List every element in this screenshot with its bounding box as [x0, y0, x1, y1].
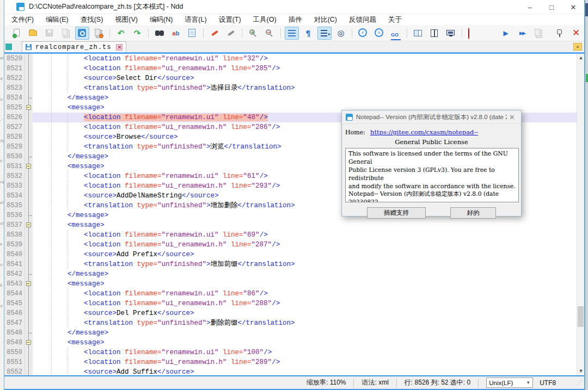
menu-item-edit[interactable]: 编辑(E) [40, 14, 75, 25]
indent-guide-line [68, 83, 68, 93]
zoom-in-button[interactable]: + [246, 27, 260, 40]
highlight-marker-button[interactable] [207, 27, 222, 40]
tab-realcompare-zh-ts[interactable]: realcompare_zh.ts ✕ [22, 41, 126, 52]
macro-save-button[interactable] [531, 27, 546, 40]
tab-overflow-button[interactable]: » [573, 43, 582, 51]
stop-macro-button[interactable] [482, 27, 497, 40]
menu-item-compare[interactable]: 对比(C) [308, 14, 343, 25]
fold-row: − [25, 279, 33, 289]
scrollbar-thumb[interactable] [578, 306, 584, 327]
code-line-8521[interactable]: <location filename="ui_renamewin.h" line… [33, 64, 577, 73]
fold-end-tick [29, 215, 32, 216]
scroll-down-arrow-icon[interactable]: ▼ [577, 367, 585, 375]
code-line-8524[interactable]: </message> [33, 93, 577, 103]
split-vertical-button[interactable] [427, 27, 442, 40]
indent-guide-button[interactable] [317, 27, 332, 40]
scroll-up-arrow-icon[interactable]: ▲ [577, 54, 585, 62]
fold-collapse-icon[interactable]: − [26, 222, 31, 227]
code-line-8537[interactable]: <message> [33, 220, 577, 230]
code-line-8523[interactable]: <translation type="unfinished">选择目录</tra… [33, 83, 577, 93]
find-button[interactable] [152, 27, 167, 40]
menu-item-encoding[interactable]: 编码(N) [144, 14, 179, 25]
record-macro-button[interactable] [466, 27, 480, 40]
word-wrap-button[interactable] [285, 27, 299, 40]
tab-close-icon[interactable]: ✕ [116, 44, 122, 51]
menu-item-tools[interactable]: 工具(O) [247, 14, 283, 25]
close-all-icon [94, 28, 103, 38]
minimize-button[interactable]: – [519, 0, 541, 14]
homepage-link[interactable]: https://gitee.com/cxasm/notepad-- [370, 128, 478, 136]
menu-item-search[interactable]: 查找(S) [75, 14, 109, 25]
code-line-8522[interactable]: <source>Select Dir</source> [33, 73, 577, 83]
menu-item-language[interactable]: 语言(L) [179, 14, 212, 25]
replace-button[interactable]: ab [169, 27, 183, 40]
open-folder-icon [28, 28, 38, 38]
menu-item-settings[interactable]: 设置(T) [213, 14, 247, 25]
menu-item-feedback[interactable]: 反馈问题 [343, 14, 382, 25]
eol-mode-select[interactable]: Unix(LF) ▼ [486, 377, 533, 388]
fold-collapse-icon[interactable]: − [26, 164, 31, 169]
redo-button[interactable]: ↷ [130, 27, 144, 40]
nav-back-button[interactable]: ‹ [356, 27, 370, 40]
donate-button[interactable]: 捐赠支持 [367, 207, 426, 219]
close-button[interactable]: ✕ [562, 0, 584, 14]
code-line-8538[interactable]: <location filename="renamewin.ui" line="… [33, 230, 577, 240]
code-line-8549[interactable]: <message> [33, 338, 577, 348]
vertical-scrollbar[interactable]: ▲ ▼ [577, 54, 584, 375]
new-file-button[interactable] [10, 27, 24, 40]
menu-item-file[interactable]: 文件(F) [5, 14, 40, 25]
code-line-8541[interactable]: <translation type="unfinished">增加前缀</tra… [33, 259, 577, 269]
code-line-8545[interactable]: <location filename="ui_renamewin.h" line… [33, 299, 577, 308]
fold-collapse-icon[interactable]: − [26, 105, 31, 110]
fold-collapse-icon[interactable]: − [26, 281, 31, 286]
menu-item-view[interactable]: 视图(V) [109, 14, 144, 25]
code-line-8546[interactable]: <source>Del Prefix</source> [33, 308, 577, 318]
code-line-8547[interactable]: <translation type="unfinished">删除前缀</tra… [33, 318, 577, 328]
zoom-out-button[interactable]: − [262, 27, 277, 40]
resize-grip[interactable]: ⋰ [577, 380, 582, 386]
code-line-8543[interactable]: <message> [33, 279, 577, 289]
indentation [35, 251, 84, 258]
code-line-8539[interactable]: <location filename="ui_renamewin.h" line… [33, 240, 577, 250]
bookmark-button[interactable]: ☆ [185, 27, 199, 40]
code-line-8551[interactable]: <location filename="ui_renamewin.h" line… [33, 357, 577, 367]
save-button[interactable] [42, 27, 57, 40]
goto-line-button[interactable]: GO [389, 27, 403, 40]
save-all-button[interactable] [59, 27, 73, 40]
code-line-8540[interactable]: <source>Add Prefix</source> [33, 250, 577, 259]
undo-button[interactable]: ↶ [114, 27, 128, 40]
open-folder-button[interactable] [26, 27, 40, 40]
pin-button[interactable] [553, 27, 567, 40]
nav-forward-button[interactable]: › [372, 27, 387, 40]
clear-marker-button[interactable] [224, 27, 238, 40]
code-line-8520[interactable]: <location filename="renamewin.ui" line="… [33, 54, 577, 64]
close-document-button[interactable] [75, 27, 89, 40]
menu-item-plugins[interactable]: 插件 [283, 14, 308, 25]
code-line-8548[interactable]: </message> [33, 328, 577, 338]
play-macro-button[interactable]: ▶ [499, 27, 513, 40]
menu-item-about[interactable]: 关于 [382, 14, 408, 25]
code-line-8544[interactable]: <location filename="renamewin.ui" line="… [33, 289, 577, 299]
code-line-8552[interactable]: <source>Add Suffix</source> [33, 367, 577, 375]
ok-button[interactable]: 好的 [450, 207, 496, 219]
fold-collapse-icon[interactable]: − [26, 340, 31, 345]
code-line-8550[interactable]: <location filename="renamewin.ui" line="… [33, 348, 577, 357]
full-screen-icon [446, 28, 456, 38]
toolbar-separator [462, 28, 462, 38]
nav-forward-icon: › [375, 28, 384, 38]
fold-margin[interactable]: −−−−− [25, 54, 33, 375]
fold-row [25, 201, 33, 211]
close-toolbar-button[interactable]: ✕ [569, 27, 583, 40]
run-macro-multiple-button[interactable]: ▶▶ [515, 27, 529, 40]
indent-guide-line [51, 289, 52, 299]
dialog-close-icon[interactable]: ✕ [507, 113, 517, 121]
close-all-button[interactable] [91, 27, 106, 40]
full-screen-button[interactable] [444, 27, 458, 40]
code-line-8542[interactable]: </message> [33, 269, 577, 279]
app-logo-icon [16, 3, 24, 11]
code-segment: type= [137, 84, 158, 92]
show-symbols-button[interactable]: ¶ [301, 27, 315, 40]
split-window-button[interactable] [411, 27, 425, 40]
maximize-button[interactable]: □ [541, 0, 562, 14]
focus-mode-button[interactable]: ◎ [334, 27, 348, 40]
